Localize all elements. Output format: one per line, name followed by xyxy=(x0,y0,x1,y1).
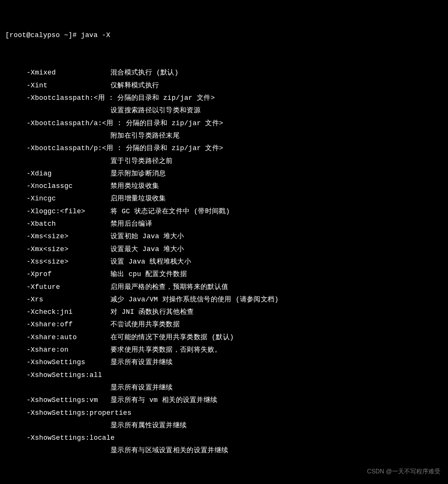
option-line: -Xshare:on 要求使用共享类数据，否则将失败。 xyxy=(5,344,443,356)
option-line: -Xshare:auto 在可能的情况下使用共享类数据 (默认) xyxy=(5,331,443,344)
option-line: -XshowSettings 显示所有设置并继续 xyxy=(5,356,443,369)
option-line: -XshowSettings:vm 显示所有与 vm 相关的设置并继续 xyxy=(5,394,443,406)
option-line: -Xdiag 显示附加诊断消息 xyxy=(5,168,443,180)
option-line: -Xprof 输出 cpu 配置文件数据 xyxy=(5,268,443,281)
option-line: -Xincgc 启用增量垃圾收集 xyxy=(5,192,443,205)
option-description-wrap: 显示所有属性设置并继续 xyxy=(5,419,443,432)
option-description-wrap: 附加在引导类路径末尾 xyxy=(5,130,443,142)
option-line: -Xshare:off 不尝试使用共享类数据 xyxy=(5,318,443,331)
option-line: -Xmx<size> 设置最大 Java 堆大小 xyxy=(5,243,443,256)
option-line: -XshowSettings:locale xyxy=(5,432,443,444)
terminal-output: [root@calypso ~]# java -X -Xmixed 混合模式执行… xyxy=(5,4,443,484)
option-line: -Xmixed 混合模式执行 (默认) xyxy=(5,67,443,79)
option-description-wrap: 显示所有设置并继续 xyxy=(5,382,443,394)
option-description-wrap: 显示所有与区域设置相关的设置并继续 xyxy=(5,444,443,457)
option-line: -Xbootclasspath/a:<用 : 分隔的目录和 zip/jar 文件… xyxy=(5,117,443,130)
option-line: -Xnoclassgc 禁用类垃圾收集 xyxy=(5,180,443,192)
option-line: -Xms<size> 设置初始 Java 堆大小 xyxy=(5,230,443,243)
option-line: -Xfuture 启用最严格的检查，预期将来的默认值 xyxy=(5,281,443,293)
option-description-wrap: 置于引导类路径之前 xyxy=(5,155,443,168)
option-line: -Xloggc:<file> 将 GC 状态记录在文件中 (带时间戳) xyxy=(5,205,443,218)
option-line: -XshowSettings:all xyxy=(5,369,443,382)
option-line: -Xbatch 禁用后台编译 xyxy=(5,218,443,230)
option-line: -Xcheck:jni 对 JNI 函数执行其他检查 xyxy=(5,306,443,318)
option-description-wrap: 设置搜索路径以引导类和资源 xyxy=(5,104,443,117)
option-line: -Xint 仅解释模式执行 xyxy=(5,79,443,92)
prompt-line: [root@calypso ~]# java -X xyxy=(5,29,443,42)
watermark: CSDN @一天不写程序难受 xyxy=(367,466,440,477)
option-line: -Xbootclasspath/p:<用 : 分隔的目录和 zip/jar 文件… xyxy=(5,142,443,155)
option-line: -Xbootclasspath:<用 : 分隔的目录和 zip/jar 文件> xyxy=(5,92,443,104)
option-line: -Xrs 减少 Java/VM 对操作系统信号的使用 (请参阅文档) xyxy=(5,293,443,306)
options-list: -Xmixed 混合模式执行 (默认)-Xint 仅解释模式执行-Xbootcl… xyxy=(5,67,443,457)
option-line: -Xss<size> 设置 Java 线程堆栈大小 xyxy=(5,256,443,268)
option-line: -XshowSettings:properties xyxy=(5,407,443,419)
